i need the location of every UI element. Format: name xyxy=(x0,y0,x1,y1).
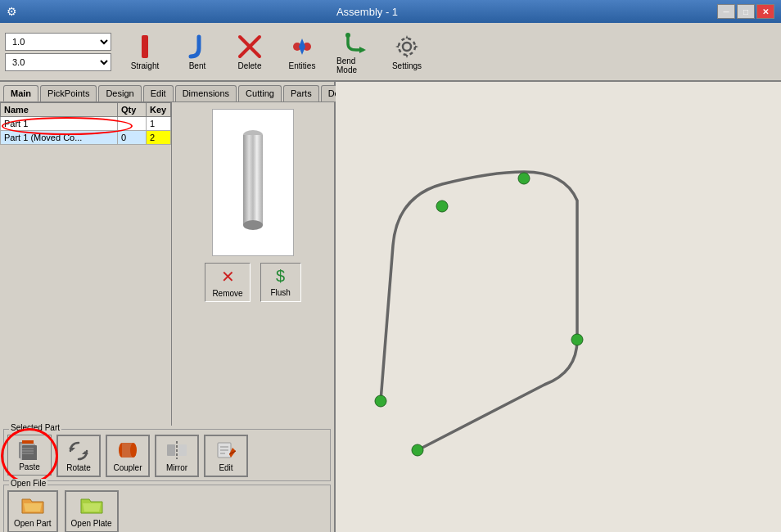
selected-part-label: Selected Part xyxy=(9,423,61,432)
part-key: 2 xyxy=(147,131,171,145)
delete-tool[interactable]: Delete xyxy=(226,30,273,73)
app-icon: ⚙ xyxy=(7,5,17,18)
selected-part-section: Selected Part Paste xyxy=(3,429,331,481)
window-controls[interactable]: ─ □ ✕ xyxy=(717,4,774,19)
flush-icon: $ xyxy=(276,267,285,286)
version1-select[interactable]: 1.0 xyxy=(5,33,111,51)
coupler-button[interactable]: Coupler xyxy=(106,435,150,477)
tab-content: Name Qty Key Part 1 1 xyxy=(0,102,334,426)
open-file-buttons: Open Part Open Plate xyxy=(7,490,327,532)
straight-icon xyxy=(132,34,158,60)
tab-parts[interactable]: Parts xyxy=(283,85,319,101)
bendmode-tool[interactable]: Bend Mode xyxy=(331,26,378,77)
version2-select[interactable]: 3.0 xyxy=(5,53,111,71)
delete-label: Delete xyxy=(238,61,262,70)
title-bar: ⚙ Assembly - 1 ─ □ ✕ xyxy=(0,0,781,23)
straight-tool[interactable]: Straight xyxy=(121,30,169,73)
svg-point-22 xyxy=(130,443,137,458)
toolbar: 1.0 3.0 Straight Bent Delete xyxy=(0,23,781,82)
col-qty: Qty xyxy=(118,103,147,117)
table-row[interactable]: Part 1 (Moved Co... 0 2 xyxy=(1,131,171,145)
svg-point-6 xyxy=(403,43,411,51)
entities-label: Entities xyxy=(289,61,316,70)
remove-label: Remove xyxy=(212,289,242,298)
col-name: Name xyxy=(1,103,118,117)
svg-rect-25 xyxy=(178,444,187,456)
part-name: Part 1 xyxy=(1,117,118,131)
bendmode-icon xyxy=(341,29,368,55)
edit-label: Edit xyxy=(219,463,232,472)
edit-button[interactable]: Edit xyxy=(204,435,248,477)
svg-point-10 xyxy=(243,220,263,230)
entities-icon xyxy=(289,34,315,60)
coupler-label: Coupler xyxy=(113,463,142,472)
left-panel: Main PickPoints Design Edit Dimensions C… xyxy=(0,82,336,532)
open-part-button[interactable]: Open Part xyxy=(7,490,58,532)
svg-rect-14 xyxy=(22,445,37,460)
delete-icon xyxy=(237,34,263,60)
svg-point-34 xyxy=(571,334,583,345)
rotate-button[interactable]: Rotate xyxy=(56,435,101,477)
svg-point-5 xyxy=(345,33,350,38)
minimize-button[interactable]: ─ xyxy=(717,4,735,19)
svg-rect-13 xyxy=(22,440,34,444)
mirror-label: Mirror xyxy=(166,463,187,472)
table-row[interactable]: Part 1 1 xyxy=(1,117,171,131)
window-title: Assembly - 1 xyxy=(17,6,717,18)
right-canvas xyxy=(336,82,781,532)
remove-button[interactable]: ✕ Remove xyxy=(205,263,250,302)
settings-tool[interactable]: Settings xyxy=(383,30,431,73)
part-qty xyxy=(118,117,147,131)
remove-flush-row: ✕ Remove $ Flush xyxy=(205,263,300,302)
svg-point-7 xyxy=(399,38,415,55)
preview-section: ✕ Remove $ Flush xyxy=(172,102,334,426)
main-area: Main PickPoints Design Edit Dimensions C… xyxy=(0,82,781,532)
parts-table: Name Qty Key Part 1 1 xyxy=(0,102,171,145)
svg-point-33 xyxy=(518,173,530,184)
tab-design[interactable]: Design xyxy=(98,85,141,101)
close-button[interactable]: ✕ xyxy=(756,4,774,19)
open-file-section: Open File Open Part Open Plate xyxy=(3,485,331,532)
svg-point-31 xyxy=(375,395,386,407)
settings-label: Settings xyxy=(392,61,422,70)
bent-tool[interactable]: Bent xyxy=(174,30,221,73)
open-plate-button[interactable]: Open Plate xyxy=(65,490,119,532)
paste-label: Paste xyxy=(19,462,40,471)
flush-button[interactable]: $ Flush xyxy=(260,263,301,302)
col-key: Key xyxy=(147,103,171,117)
tab-pickpoints[interactable]: PickPoints xyxy=(40,85,97,101)
paste-wrapper: Paste xyxy=(7,435,52,477)
bent-label: Bent xyxy=(189,61,206,70)
tabs-bar: Main PickPoints Design Edit Dimensions C… xyxy=(0,82,334,102)
pipe-drawing xyxy=(336,82,781,532)
tab-dimensions[interactable]: Dimensions xyxy=(175,85,237,101)
svg-point-35 xyxy=(412,444,423,456)
part-qty: 0 xyxy=(118,131,147,145)
part-name: Part 1 (Moved Co... xyxy=(1,131,118,145)
entities-tool[interactable]: Entities xyxy=(278,30,326,73)
svg-rect-9 xyxy=(243,135,263,225)
open-part-label: Open Part xyxy=(14,519,52,528)
version-selectors: 1.0 3.0 xyxy=(5,33,111,71)
mirror-button[interactable]: Mirror xyxy=(155,435,199,477)
parts-list-section: Name Qty Key Part 1 1 xyxy=(0,102,172,426)
flush-label: Flush xyxy=(270,288,290,297)
tab-cutting[interactable]: Cutting xyxy=(238,85,282,101)
bendmode-label: Bend Mode xyxy=(336,56,372,74)
svg-rect-24 xyxy=(167,444,175,456)
remove-icon: ✕ xyxy=(221,267,235,286)
tab-edit[interactable]: Edit xyxy=(143,85,174,101)
tab-main[interactable]: Main xyxy=(3,85,38,101)
svg-point-32 xyxy=(436,201,448,212)
maximize-button[interactable]: □ xyxy=(737,4,755,19)
parts-table-wrapper: Name Qty Key Part 1 1 xyxy=(0,102,171,145)
preview-box xyxy=(212,109,294,256)
straight-label: Straight xyxy=(131,61,159,70)
open-plate-label: Open Plate xyxy=(71,519,112,528)
bent-icon xyxy=(184,34,210,60)
open-file-label: Open File xyxy=(9,479,47,488)
rotate-label: Rotate xyxy=(66,463,90,472)
paste-button[interactable]: Paste xyxy=(7,435,52,476)
settings-icon xyxy=(394,34,420,60)
selected-part-buttons: Paste Rotate xyxy=(7,435,327,477)
